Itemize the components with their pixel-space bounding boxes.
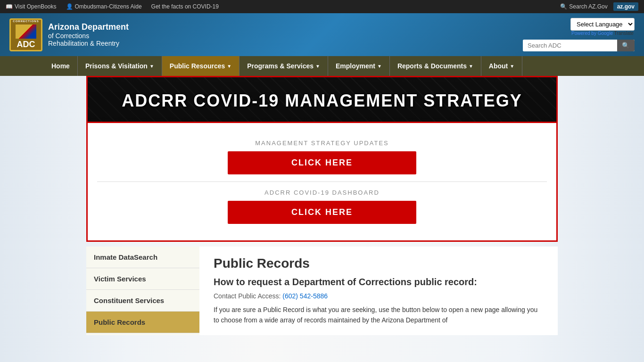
agency-logo: CORRECTIONS ADC [9, 18, 42, 51]
book-icon: 📖 [6, 3, 13, 10]
nav-public-resources[interactable]: Public Resources ▼ [162, 56, 239, 76]
person-icon: 👤 [66, 3, 73, 10]
chevron-down-icon: ▼ [149, 64, 154, 69]
contact-phone-link[interactable]: (602) 542-5886 [282, 292, 328, 300]
covid-facts-link[interactable]: Get the facts on COVID-19 [151, 3, 219, 10]
lower-section: Inmate DataSearch Victim Services Consti… [86, 247, 558, 335]
content-description: If you are sure a Public Record is what … [214, 304, 544, 326]
agency-name: Arizona Department of Corrections Rehabi… [48, 22, 129, 47]
header-right: Select Language Powered by Google Transl… [523, 18, 635, 51]
content-subtitle: How to request a Department of Correctio… [214, 277, 544, 288]
azgov-link[interactable]: az.gov [613, 2, 638, 11]
sidebar-item-public-records[interactable]: Public Records [86, 312, 199, 333]
chevron-down-icon: ▼ [469, 64, 473, 69]
main-nav: Home Prisons & Visitation ▼ Public Resou… [0, 56, 644, 76]
search-button[interactable]: 🔍 [617, 40, 635, 51]
ombudsman-link[interactable]: 👤 Ombudsman-Citizens Aide [66, 3, 142, 10]
top-bar: 📖 Visit OpenBooks 👤 Ombudsman-Citizens A… [0, 0, 644, 13]
nav-reports[interactable]: Reports & Documents ▼ [390, 56, 481, 76]
covid-management-row: MANAGEMENT STRATEGY UPDATES CLICK HERE [97, 132, 547, 181]
nav-home[interactable]: Home [44, 56, 78, 76]
covid-dashboard-btn[interactable]: CLICK HERE [228, 201, 416, 224]
openbooks-link[interactable]: 📖 Visit OpenBooks [6, 3, 57, 10]
content-area: Public Records How to request a Departme… [199, 247, 558, 335]
site-header: CORRECTIONS ADC Arizona Department of Co… [0, 13, 644, 56]
search-box[interactable]: 🔍 [523, 40, 635, 51]
covid-section: MANAGEMENT STRATEGY UPDATES CLICK HERE A… [86, 123, 558, 242]
sidebar-item-victim[interactable]: Victim Services [86, 268, 199, 290]
chevron-down-icon: ▼ [227, 64, 231, 69]
search-azgov-link[interactable]: 🔍 Search AZ.Gov [560, 3, 607, 10]
covid-management-label: MANAGEMENT STRATEGY UPDATES [97, 140, 547, 147]
sidebar-item-constituent[interactable]: Constituent Services [86, 290, 199, 312]
sidebar: Inmate DataSearch Victim Services Consti… [86, 247, 199, 335]
covid-dashboard-row: ADCRR COVID-19 DASHBOARD CLICK HERE [97, 181, 547, 231]
chevron-down-icon: ▼ [510, 64, 514, 69]
language-selector[interactable]: Select Language Powered by Google Transl… [570, 18, 635, 36]
chevron-down-icon: ▼ [315, 64, 320, 69]
contact-line: Contact Public Access: (602) 542-5886 [214, 292, 544, 300]
chevron-down-icon: ▼ [377, 64, 382, 69]
search-input[interactable] [523, 40, 617, 51]
nav-employment[interactable]: Employment ▼ [328, 56, 390, 76]
search-icon: 🔍 [560, 3, 567, 10]
language-dropdown[interactable]: Select Language [570, 18, 635, 31]
page-title: Public Records [214, 256, 544, 271]
nav-about[interactable]: About ▼ [481, 56, 522, 76]
covid-management-btn[interactable]: CLICK HERE [228, 151, 416, 174]
nav-prisons[interactable]: Prisons & Visitation ▼ [78, 56, 162, 76]
covid-banner: ADCRR COVID-19 MANAGEMENT STRATEGY [86, 76, 558, 123]
topbar-right: 🔍 Search AZ.Gov az.gov [560, 2, 638, 11]
logo-area: CORRECTIONS ADC Arizona Department of Co… [9, 18, 129, 51]
covid-banner-title: ADCRR COVID-19 MANAGEMENT STRATEGY [88, 77, 556, 123]
covid-dashboard-label: ADCRR COVID-19 DASHBOARD [97, 189, 547, 196]
nav-programs[interactable]: Programs & Services ▼ [239, 56, 328, 76]
sidebar-item-inmate[interactable]: Inmate DataSearch [86, 247, 199, 268]
